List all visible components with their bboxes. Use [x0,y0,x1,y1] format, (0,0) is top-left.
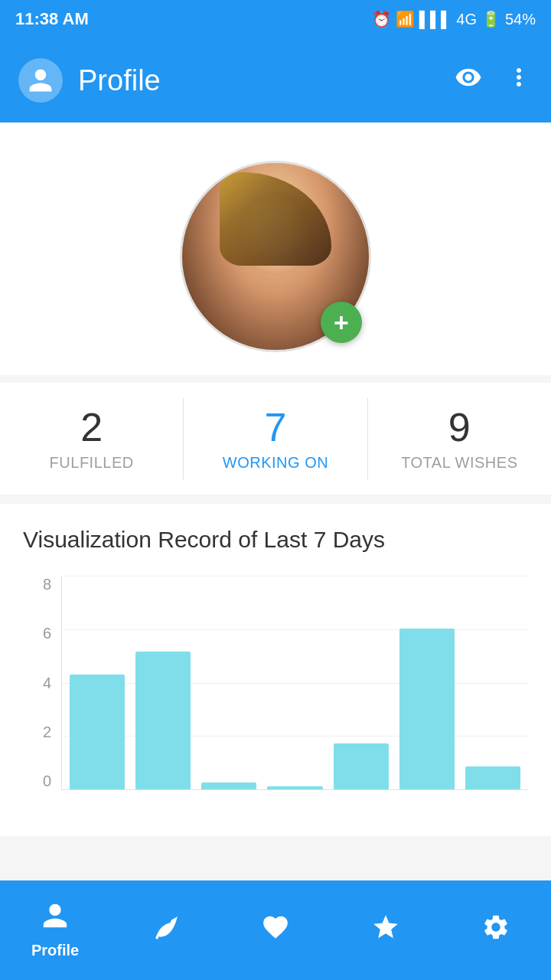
working-on-label: WORKING ON [223,454,328,472]
y-label-0: 0 [43,773,51,790]
chart-section: Visualization Record of Last 7 Days 8 6 … [0,504,551,836]
main-content: + 2 FULFILLED 7 WORKING ON 9 TOTAL WISHE… [0,122,551,943]
app-bar: Profile [0,38,551,122]
network-type: 4G [456,11,477,28]
battery-icon: 🔋 [481,10,500,28]
nav-heart-icon [261,913,290,949]
nav-item-leaf[interactable] [110,913,220,949]
bottom-nav: Profile [0,880,551,980]
bar-3 [267,786,322,789]
y-axis: 8 6 4 2 0 [23,576,57,790]
bar-wrapper-4 [334,576,389,789]
working-on-count: 7 [265,406,287,449]
status-time: 11:38 AM [15,9,89,29]
nav-profile-label: Profile [31,942,79,959]
status-icons: ⏰ 📶 ▌▌▌ 4G 🔋 54% [372,10,536,28]
add-photo-button[interactable]: + [321,302,362,343]
chart-title: Visualization Record of Last 7 Days [23,527,528,553]
fulfilled-count: 2 [80,406,103,449]
nav-settings-icon [481,913,510,949]
y-label-6: 6 [43,625,51,642]
bar-0 [70,675,125,789]
bar-2 [201,782,256,789]
nav-item-profile[interactable]: Profile [0,901,110,959]
bar-wrapper-5 [399,576,455,789]
status-bar: 11:38 AM ⏰ 📶 ▌▌▌ 4G 🔋 54% [0,0,551,38]
bar-wrapper-6 [465,576,520,789]
page-title: Profile [78,64,455,97]
more-options-icon[interactable] [505,64,533,98]
y-label-8: 8 [43,576,51,593]
bar-1 [135,652,191,789]
stat-working-on: 7 WORKING ON [183,398,367,479]
stats-row: 2 FULFILLED 7 WORKING ON 9 TOTAL WISHES [0,383,551,495]
bar-wrapper-2 [201,576,256,789]
nav-profile-icon [41,901,70,937]
bar-6 [465,766,520,789]
nav-item-heart[interactable] [220,913,331,949]
fulfilled-label: FULFILLED [50,454,134,472]
nav-item-star[interactable] [331,913,441,949]
bar-wrapper-0 [70,576,125,789]
total-wishes-label: TOTAL WISHES [401,454,517,472]
bar-wrapper-3 [267,576,322,789]
avatar-container: + [180,161,371,352]
visibility-icon[interactable] [455,64,482,98]
app-bar-actions [455,64,533,98]
battery-level: 54% [505,11,536,28]
alarm-icon: ⏰ [372,10,391,28]
total-wishes-count: 9 [448,406,471,449]
profile-avatar-icon[interactable] [18,58,63,103]
nav-star-icon [371,913,400,949]
signal-icon: ▌▌▌ [419,11,452,28]
chart-area: 8 6 4 2 0 [23,576,528,821]
nav-item-settings[interactable] [441,913,551,949]
nav-leaf-icon [151,913,180,949]
profile-section: + [0,122,551,375]
bar-5 [399,629,455,789]
stat-fulfilled: 2 FULFILLED [0,398,183,479]
bar-4 [334,743,389,789]
y-label-4: 4 [43,675,51,692]
bar-wrapper-1 [135,576,191,789]
bars-container [61,576,528,790]
wifi-icon: 📶 [396,10,415,28]
stat-total-wishes: 9 TOTAL WISHES [367,398,551,479]
y-label-2: 2 [43,724,51,741]
